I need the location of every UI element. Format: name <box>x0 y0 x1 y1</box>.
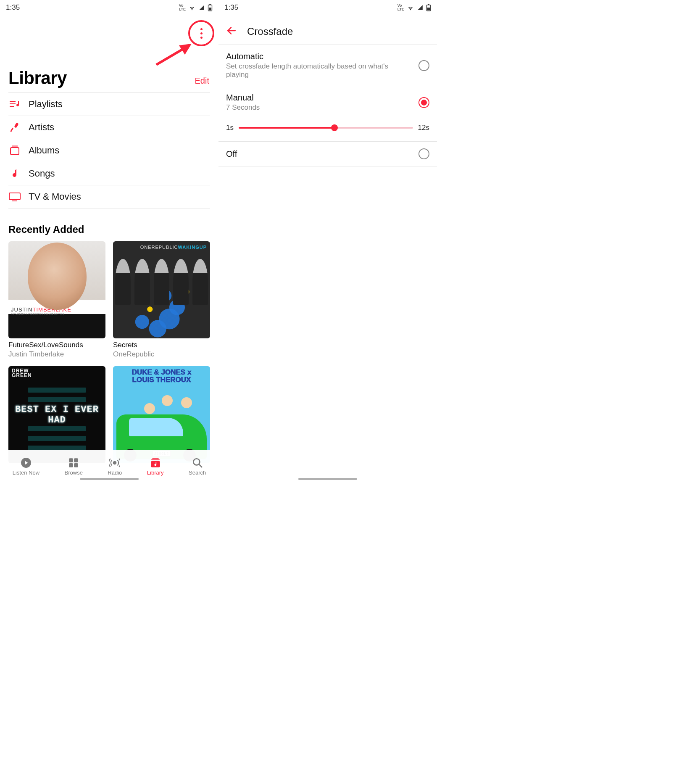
settings-header: Crossfade <box>218 17 437 45</box>
album-card[interactable]: DUKE & JONES x LOUIS THEROUX J166L3 <box>113 366 210 463</box>
svg-rect-26 <box>428 4 429 5</box>
album-card[interactable]: DREW GREEN BEST EX I EVER HAD <box>8 366 105 463</box>
svg-point-23 <box>193 459 200 465</box>
tab-browse[interactable]: Browse <box>65 457 83 476</box>
battery-icon <box>208 4 213 11</box>
slider-fill <box>239 127 334 129</box>
radio-selected-icon[interactable] <box>418 97 429 108</box>
album-card[interactable]: JUSTINTIMBERLAKE FUTURESEX/LOVESOUNDS DE… <box>8 241 105 359</box>
edit-button[interactable]: Edit <box>195 76 210 88</box>
slider-min-label: 1s <box>226 124 234 132</box>
wifi-icon <box>407 5 414 11</box>
arrow-left-icon <box>226 25 237 36</box>
svg-rect-12 <box>9 193 20 200</box>
status-icons: Vo LTE <box>179 4 213 11</box>
volte-icon: Vo LTE <box>397 4 404 11</box>
radio-icon <box>109 457 120 468</box>
svg-rect-15 <box>69 458 73 462</box>
signal-icon <box>198 5 205 11</box>
annotation-arrow-icon <box>154 44 192 67</box>
row-label: TV & Movies <box>29 191 81 202</box>
tab-radio[interactable]: Radio <box>108 457 122 476</box>
playlists-icon <box>8 99 21 109</box>
row-label: Artists <box>29 122 54 133</box>
search-icon <box>192 457 203 468</box>
home-indicator[interactable] <box>298 478 357 480</box>
tab-library[interactable]: Library <box>147 457 164 476</box>
battery-icon <box>426 4 431 11</box>
row-label: Songs <box>29 168 55 179</box>
recently-added-title: Recently Added <box>0 208 218 241</box>
status-icons: Vo LTE <box>397 4 431 11</box>
album-art: DUKE & JONES x LOUIS THEROUX J166L3 <box>113 366 210 463</box>
album-title: FutureSex/LoveSounds <box>8 341 105 349</box>
row-albums[interactable]: Albums <box>8 139 210 162</box>
phone-library: 1:35 Vo LTE Library Edit Playlists <box>0 0 218 483</box>
row-label: Albums <box>29 145 59 156</box>
album-art: JUSTINTIMBERLAKE FUTURESEX/LOVESOUNDS DE… <box>8 241 105 338</box>
settings-title: Crossfade <box>247 26 293 37</box>
option-label: Automatic <box>226 52 394 61</box>
slider-thumb[interactable] <box>331 124 338 131</box>
option-automatic[interactable]: Automatic Set crossfade length automatic… <box>218 45 437 86</box>
tab-bar: Listen Now Browse Radio Library Search <box>0 450 218 483</box>
album-card[interactable]: ONEREPUBLICWAKINGUP Secrets OneRepublic <box>113 241 210 359</box>
radio-unselected-icon[interactable] <box>418 148 429 159</box>
option-manual[interactable]: Manual 7 Seconds <box>218 86 437 119</box>
more-button-highlight <box>188 20 214 46</box>
back-button[interactable] <box>226 25 237 38</box>
play-circle-icon <box>21 457 32 468</box>
tab-listen-now[interactable]: Listen Now <box>13 457 39 476</box>
status-time: 1:35 <box>224 3 238 12</box>
page-title: Library <box>8 68 67 88</box>
status-bar: 1:35 Vo LTE <box>0 0 218 13</box>
wifi-icon <box>188 5 196 11</box>
svg-rect-9 <box>10 127 13 132</box>
album-art-overlay: DUKE & JONES x LOUIS THEROUX <box>113 369 210 384</box>
recently-added-grid: JUSTINTIMBERLAKE FUTURESEX/LOVESOUNDS DE… <box>0 241 218 463</box>
home-indicator[interactable] <box>80 478 139 480</box>
album-art-overlay: ONEREPUBLICWAKINGUP <box>140 245 207 250</box>
svg-rect-17 <box>69 463 73 467</box>
option-description: Set crossfade length automatically based… <box>226 62 394 79</box>
option-label: Manual <box>226 93 260 103</box>
row-playlists[interactable]: Playlists <box>8 92 210 116</box>
songs-icon <box>8 168 21 179</box>
svg-rect-2 <box>209 8 211 11</box>
tab-search[interactable]: Search <box>189 457 206 476</box>
phone-crossfade: 1:35 Vo LTE Crossfade Automatic Set cros… <box>218 0 437 483</box>
album-title: Secrets <box>113 341 210 349</box>
album-art: DREW GREEN BEST EX I EVER HAD <box>8 366 105 463</box>
album-art-overlay: JUSTINTIMBERLAKE FUTURESEX/LOVESOUNDS DE… <box>11 306 103 315</box>
more-button[interactable] <box>188 20 214 46</box>
status-time: 1:35 <box>6 3 20 12</box>
library-icon <box>150 457 161 468</box>
svg-rect-18 <box>74 463 78 467</box>
svg-line-24 <box>199 464 202 467</box>
radio-unselected-icon[interactable] <box>418 60 429 71</box>
library-categories: Playlists Artists Albums Songs TV & Movi… <box>0 92 218 208</box>
row-artists[interactable]: Artists <box>8 116 210 139</box>
row-label: Playlists <box>29 99 63 110</box>
tvmovies-icon <box>8 192 21 202</box>
grid-icon <box>68 457 79 468</box>
row-songs[interactable]: Songs <box>8 162 210 185</box>
row-tvmovies[interactable]: TV & Movies <box>8 185 210 208</box>
option-description: 7 Seconds <box>226 103 260 112</box>
option-off[interactable]: Off <box>218 142 437 166</box>
artists-icon <box>8 122 21 133</box>
albums-icon <box>8 145 21 156</box>
svg-rect-1 <box>209 4 211 5</box>
svg-line-3 <box>156 48 185 65</box>
status-bar: 1:35 Vo LTE <box>218 0 437 13</box>
crossfade-slider: 1s 12s <box>218 119 437 142</box>
vertical-dots-icon <box>200 28 203 39</box>
svg-point-19 <box>113 461 116 464</box>
option-label: Off <box>226 149 237 159</box>
svg-rect-10 <box>11 148 19 155</box>
album-artist: Justin Timberlake <box>8 350 105 359</box>
slider-max-label: 12s <box>418 124 429 132</box>
signal-icon <box>417 5 424 11</box>
slider-track[interactable] <box>239 127 413 129</box>
album-art: ONEREPUBLICWAKINGUP <box>113 241 210 338</box>
